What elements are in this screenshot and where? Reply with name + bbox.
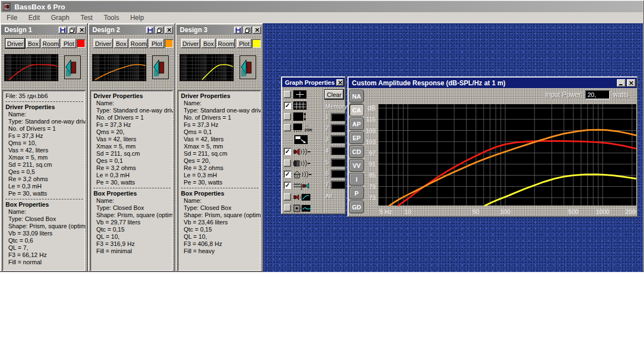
memory-slot-button[interactable] xyxy=(331,125,345,132)
property-line: Sd = 211, sq.cm xyxy=(94,150,172,157)
memory-slot-button[interactable] xyxy=(331,181,345,188)
tab-driver[interactable]: Driver xyxy=(94,39,113,48)
property-line: Re = 3,2 ohms xyxy=(6,176,84,183)
grid-checkbox[interactable] xyxy=(284,102,291,109)
crosshair-checkbox[interactable] xyxy=(284,91,291,98)
save-button[interactable] xyxy=(146,27,154,34)
save-button[interactable] xyxy=(59,27,67,34)
tab-box[interactable]: Box xyxy=(114,39,128,48)
svg-text:5 Hz: 5 Hz xyxy=(380,208,392,215)
svg-text:500: 500 xyxy=(568,208,578,215)
tab-driver[interactable]: Driver xyxy=(6,39,25,48)
property-line: F3 = 66,12 Hz xyxy=(6,252,84,259)
property-line: Sd = 211, sq.cm xyxy=(181,150,259,157)
filter-checkbox[interactable] xyxy=(284,182,291,189)
clear-button[interactable]: Clear xyxy=(325,90,344,99)
property-line: Re = 3,2 ohms xyxy=(94,165,172,172)
driver-curve-checkbox[interactable] xyxy=(284,193,291,201)
graph-properties-titlebar[interactable]: Graph Properties xyxy=(282,78,345,87)
property-line: Vb = 23,46 liters xyxy=(181,219,259,226)
tab-room[interactable]: Room xyxy=(41,39,60,48)
property-line: Sd = 211, sq.cm xyxy=(6,161,84,168)
design1-title: Design 1 xyxy=(4,26,59,34)
property-line: Pe = 30, watts xyxy=(181,179,259,186)
design1-titlebar[interactable]: Design 1 xyxy=(1,25,87,35)
design2-titlebar[interactable]: Design 2 xyxy=(89,25,174,35)
plot-color-swatch[interactable] xyxy=(165,39,173,48)
tab-room[interactable]: Room xyxy=(129,39,148,48)
property-line: Vb = 33,09 liters xyxy=(6,230,84,237)
close-icon[interactable] xyxy=(77,27,86,34)
memory-slot-label: 6 xyxy=(325,170,329,177)
duplicate-button[interactable] xyxy=(155,27,164,34)
box-curve-checkbox[interactable] xyxy=(284,204,291,212)
room-response-icon xyxy=(293,170,315,179)
close-icon[interactable] xyxy=(336,79,344,86)
memory-slot-button[interactable] xyxy=(331,147,345,155)
menu-file[interactable]: File xyxy=(1,13,23,23)
menu-help[interactable]: Help xyxy=(124,13,149,23)
minimize-icon[interactable] xyxy=(617,79,626,87)
property-line: F3 = 406,8 Hz xyxy=(181,240,259,248)
tab-plot[interactable]: Plot xyxy=(149,39,164,48)
memory-all[interactable]: All xyxy=(325,193,332,199)
memory-slot-label: 1 xyxy=(325,114,329,120)
menu-tools[interactable]: Tools xyxy=(98,13,124,23)
separator xyxy=(6,101,83,102)
input-power-field[interactable] xyxy=(585,90,610,99)
design3-title: Design 3 xyxy=(180,26,234,34)
amplitude-scale-icon xyxy=(293,112,307,121)
box-properties-heading: Box Properties xyxy=(181,190,259,197)
design3-titlebar[interactable]: Design 3 xyxy=(176,25,262,35)
main-titlebar[interactable]: BassBox 6 Pro xyxy=(1,1,643,12)
tab-box[interactable]: Box xyxy=(201,39,216,48)
driver-output-checkbox[interactable] xyxy=(284,148,291,155)
driver-properties-heading: Driver Properties xyxy=(94,93,172,100)
room-response-checkbox[interactable] xyxy=(284,171,291,178)
design2-properties-panel: Driver Properties Name:Type: Standard on… xyxy=(90,90,173,271)
driver-properties-list: Name:Type: Standard one-way drivNo. of D… xyxy=(94,100,172,186)
plot-color-swatch[interactable] xyxy=(77,39,85,48)
response-titlebar[interactable]: Custom Amplitude Response (dB-SPL/Hz at … xyxy=(349,78,637,88)
filter-icon xyxy=(293,181,315,190)
plot-color-swatch[interactable] xyxy=(252,39,261,48)
vent-output-icon xyxy=(293,159,315,168)
memory-slot-button[interactable] xyxy=(331,136,345,143)
tab-plot[interactable]: Plot xyxy=(61,39,76,48)
close-icon[interactable] xyxy=(253,27,261,34)
property-line: Qtc = 0,6 xyxy=(6,237,84,244)
property-line: Vas = 42, liters xyxy=(94,136,172,143)
close-icon[interactable] xyxy=(165,27,173,34)
property-line: Xmax = 5, mm xyxy=(94,143,172,150)
menu-test[interactable]: Test xyxy=(75,13,98,23)
tab-room[interactable]: Room xyxy=(217,39,235,48)
memory-slot-label: 2 xyxy=(325,125,329,131)
design-window-3: Design 3 Driver Box Room Plot Driver Pro… xyxy=(175,23,263,272)
tab-box[interactable]: Box xyxy=(26,39,40,48)
vent-output-checkbox[interactable] xyxy=(284,160,291,167)
amplitude-scale-checkbox[interactable] xyxy=(284,113,291,120)
property-line: Type: Standard one-way driv xyxy=(181,107,259,114)
svg-text:79: 79 xyxy=(369,183,376,190)
menu-edit[interactable]: Edit xyxy=(23,13,45,23)
tab-driver[interactable]: Driver xyxy=(181,39,200,48)
property-line: Type: Closed Box xyxy=(181,204,259,212)
property-line: Fs = 37,3 Hz xyxy=(181,121,259,129)
response-thumbnail xyxy=(180,54,233,81)
close-icon[interactable] xyxy=(627,79,636,87)
svg-text:73: 73 xyxy=(369,194,376,201)
save-button[interactable] xyxy=(234,27,242,34)
tab-plot[interactable]: Plot xyxy=(237,39,252,48)
menu-graph[interactable]: Graph xyxy=(45,13,75,23)
driver-properties-list: Name:Type: Standard one-way drivNo. of D… xyxy=(181,100,259,186)
memory-slot-button[interactable] xyxy=(331,170,345,177)
driver-properties-heading: Driver Properties xyxy=(6,104,84,111)
property-line: Qes = 0,1 xyxy=(94,157,172,165)
duplicate-button[interactable] xyxy=(243,27,252,34)
resize-icon[interactable] xyxy=(294,135,308,144)
memory-slot-button[interactable] xyxy=(331,114,345,121)
frequency-scale-checkbox[interactable] xyxy=(284,124,291,131)
duplicate-button[interactable] xyxy=(68,27,76,34)
property-line: Type: Closed Box xyxy=(94,204,172,212)
memory-slot-button[interactable] xyxy=(331,159,345,166)
